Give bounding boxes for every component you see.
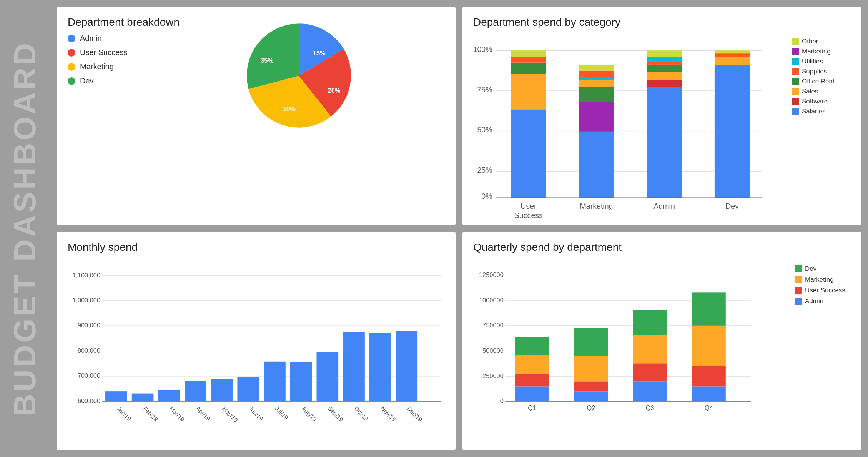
qy-1000000: 1000000	[479, 297, 504, 304]
label-may: May/19	[221, 405, 239, 423]
bar-adm-sales	[647, 72, 682, 80]
y-50: 50%	[477, 126, 492, 134]
admin-dot	[68, 35, 75, 42]
label-sep: Sep/19	[327, 405, 344, 423]
pie-dev-label: 35%	[261, 57, 273, 64]
label-q3: Q3	[646, 404, 654, 411]
bar-dec	[396, 331, 417, 401]
marketing-dot	[68, 63, 75, 71]
label-q2: Q2	[587, 404, 595, 411]
pie-chart-title: Department breakdown	[68, 16, 180, 28]
ql-marketing-label: Marketing	[805, 276, 834, 284]
label-user-success2: Success	[514, 211, 543, 218]
qy-1250000: 1250000	[479, 271, 504, 278]
q1-dev	[515, 337, 549, 355]
ql-marketing-sq	[795, 276, 802, 283]
bar-aug	[290, 362, 312, 401]
label-jun: Jun/19	[248, 405, 264, 422]
bar-mkt-marketing	[579, 102, 614, 132]
qy-250000: 250000	[482, 372, 504, 379]
bar-dev-supplies	[715, 53, 750, 57]
q4-usersuccess	[692, 366, 726, 387]
officerent-sq	[792, 78, 799, 85]
y-600000: 600,000	[78, 397, 100, 404]
ql-marketing: Marketing	[795, 276, 850, 284]
bar-jun	[237, 377, 259, 401]
legend-officerent: Office Rent	[792, 78, 850, 85]
quarterly-spend-title: Quarterly spend by department	[473, 241, 850, 254]
y-800000: 800,000	[78, 347, 100, 354]
bar-sep	[316, 352, 338, 402]
bar-us-officerent	[511, 63, 546, 74]
monthly-spend-title: Monthly spend	[68, 241, 445, 254]
util-sq	[792, 58, 799, 65]
label-dev: Dev	[725, 202, 739, 210]
salaries-label: Salaries	[802, 108, 825, 115]
bar-oct	[343, 332, 365, 401]
q3-usersuccess	[633, 363, 667, 381]
label-jul: Jul/19	[274, 405, 289, 421]
q2-dev	[574, 328, 608, 356]
y-900000: 900,000	[78, 322, 100, 329]
bar-adm-officerent	[647, 65, 682, 72]
q4-marketing	[692, 326, 726, 366]
label-jan: Jan/19	[115, 405, 132, 422]
legend-mkt: Marketing	[792, 48, 850, 55]
q1-usersuccess	[515, 374, 549, 387]
dev-dot	[68, 77, 75, 85]
stacked-bar-svg: 100% 75% 50% 25% 0%	[473, 34, 785, 218]
legend-user-success: User Success	[68, 48, 180, 57]
ql-dev: Dev	[795, 265, 850, 273]
bar-mkt-supplies	[579, 71, 614, 77]
monthly-spend-svg: 1,100,000 1,000,000 900,000 800,000 700,…	[68, 259, 445, 443]
legend-admin: Admin	[68, 34, 180, 43]
software-label: Software	[802, 98, 828, 105]
monthly-spend-card: Monthly spend 1,100,000 1,000,000 900,00…	[57, 232, 456, 450]
bar-jul	[264, 362, 286, 402]
ql-usersuccess-sq	[795, 287, 802, 294]
bar-mkt-officerent	[579, 87, 614, 102]
ql-usersuccess-label: User Success	[805, 287, 845, 294]
legend-util: Utilities	[792, 58, 850, 65]
qy-750000: 750000	[482, 322, 504, 329]
q3-admin	[633, 381, 667, 402]
legend-supplies: Supplies	[792, 68, 850, 75]
label-q1: Q1	[528, 404, 536, 411]
y-75: 75%	[477, 85, 492, 94]
bar-us-sales	[511, 74, 546, 110]
y-1100000: 1,100,000	[72, 272, 100, 279]
stacked-bar-legend: Other Marketing Utilities Supplies Offic…	[785, 34, 850, 218]
stacked-bar-title: Department spend by category	[473, 16, 850, 28]
bar-us-supplies	[511, 57, 546, 63]
dev-label: Dev	[80, 77, 94, 85]
bar-dev-salaries	[715, 65, 750, 198]
ql-dev-label: Dev	[805, 265, 816, 273]
bar-feb	[132, 394, 154, 402]
bar-adm-other	[647, 50, 682, 57]
stacked-bar-card: Department spend by category 100% 75% 50…	[462, 7, 861, 225]
sales-sq	[792, 88, 799, 95]
q2-admin	[574, 392, 608, 402]
legend-other: Other	[792, 38, 850, 45]
mkt-sq	[792, 48, 799, 55]
label-aug: Aug/19	[300, 405, 318, 423]
label-mar: Mar/19	[168, 405, 186, 423]
software-sq	[792, 98, 799, 105]
legend-dev: Dev	[68, 77, 180, 85]
ql-admin-sq	[795, 298, 802, 305]
ql-usersuccess: User Success	[795, 287, 850, 294]
supplies-label: Supplies	[802, 68, 827, 75]
y-25: 25%	[477, 166, 492, 174]
bar-nov	[369, 333, 391, 402]
user-success-dot	[68, 49, 75, 57]
pie-container: 15% 20% 30% 35%	[152, 16, 445, 135]
label-feb: Feb/19	[142, 405, 160, 423]
pie-user-success-label: 20%	[328, 87, 340, 94]
bar-adm-utilities	[647, 57, 682, 62]
quarterly-legend: Dev Marketing User Success Admin	[789, 259, 850, 443]
user-success-label: User Success	[80, 48, 127, 57]
marketing-label: Marketing	[80, 62, 114, 71]
label-user-success: User	[520, 202, 537, 210]
bar-mkt-other	[579, 65, 614, 71]
q2-usersuccess	[574, 381, 608, 391]
